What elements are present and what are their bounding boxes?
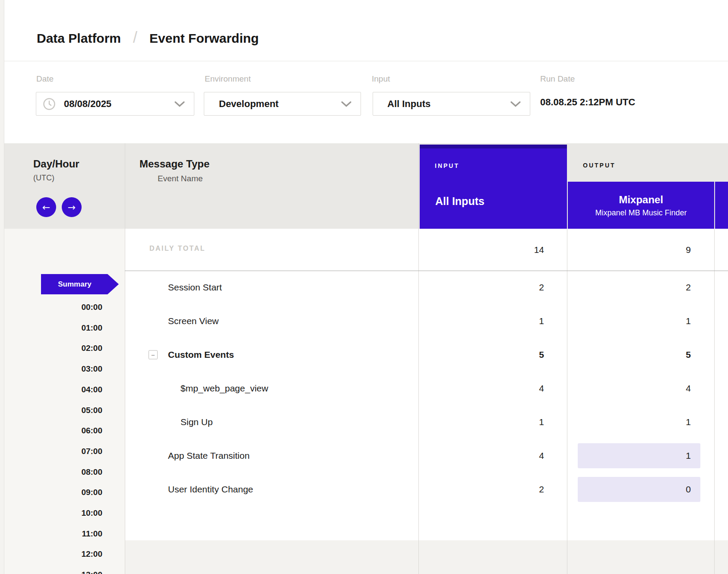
row-label: Sign Up bbox=[180, 417, 213, 427]
daily-total-input-value: 14 bbox=[534, 245, 544, 255]
arrow-left-icon: ← bbox=[42, 202, 50, 213]
breadcrumb-separator-icon: / bbox=[133, 28, 137, 47]
hour-item[interactable]: 13:00 bbox=[33, 570, 102, 574]
hour-item[interactable]: 08:00 bbox=[33, 467, 102, 477]
table-row: Screen View 1 1 bbox=[125, 304, 728, 338]
input-group-label: INPUT bbox=[435, 162, 459, 169]
date-picker[interactable]: 08/08/2025 bbox=[36, 92, 194, 116]
row-input-value: 5 bbox=[539, 350, 544, 360]
row-input-value: 4 bbox=[539, 451, 544, 461]
date-value: 08/08/2025 bbox=[64, 98, 111, 110]
clock-icon bbox=[43, 98, 56, 110]
event-name-subheader: Event Name bbox=[158, 174, 203, 183]
summary-label: Summary bbox=[58, 280, 91, 289]
hour-item[interactable]: 11:00 bbox=[33, 529, 102, 539]
daily-total-output-value: 9 bbox=[686, 245, 691, 255]
hour-item[interactable]: 00:00 bbox=[33, 303, 102, 312]
input-value: All Inputs bbox=[387, 98, 430, 110]
row-label: Screen View bbox=[168, 316, 219, 326]
table-row: $mp_web_page_view 4 4 bbox=[125, 372, 728, 405]
table-footer-band bbox=[125, 540, 728, 574]
output-group-label: OUTPUT bbox=[583, 162, 616, 169]
input-column-header[interactable]: INPUT All Inputs bbox=[420, 145, 567, 229]
breadcrumb: Data Platform / Event Forwarding bbox=[37, 29, 259, 47]
environment-filter-label: Environment bbox=[205, 74, 251, 84]
output-column-name: Mixpanel bbox=[568, 194, 714, 206]
message-type-header: Message Type bbox=[139, 158, 209, 170]
table-row: User Identity Change 2 0 bbox=[125, 473, 728, 506]
hour-item[interactable]: 10:00 bbox=[33, 508, 102, 518]
date-filter-label: Date bbox=[36, 74, 54, 84]
window-edge bbox=[0, 0, 4, 574]
run-date-label: Run Date bbox=[540, 74, 575, 84]
table-row: − Custom Events 5 5 bbox=[125, 338, 728, 372]
top-bar: Data Platform / Event Forwarding bbox=[0, 0, 728, 61]
summary-badge[interactable]: Summary bbox=[41, 274, 119, 294]
output-column-subtitle: Mixpanel MB Music Finder bbox=[568, 208, 714, 218]
hour-item[interactable]: 02:00 bbox=[33, 344, 102, 353]
row-output-value: 1 bbox=[686, 316, 691, 326]
daily-total-label: DAILY TOTAL bbox=[149, 245, 206, 252]
hour-item[interactable]: 07:00 bbox=[33, 447, 102, 456]
environment-value: Development bbox=[219, 98, 279, 110]
day-hour-title: Day/Hour bbox=[33, 158, 79, 170]
row-label: User Identity Change bbox=[168, 484, 253, 495]
highlighted-output-cell: 1 bbox=[578, 443, 700, 468]
event-forwarding-screen: Data Platform / Event Forwarding Date 08… bbox=[0, 0, 728, 574]
day-hour-timezone: (UTC) bbox=[33, 173, 54, 183]
table-row: App State Transition 4 1 bbox=[125, 439, 728, 473]
row-output-value: 0 bbox=[686, 484, 691, 495]
next-day-button[interactable]: → bbox=[62, 197, 82, 217]
highlighted-output-cell: 0 bbox=[578, 477, 700, 502]
row-output-value: 1 bbox=[686, 417, 691, 427]
row-label: $mp_web_page_view bbox=[180, 383, 268, 394]
hour-item[interactable]: 12:00 bbox=[33, 549, 102, 559]
row-output-value: 2 bbox=[686, 282, 691, 293]
table-row: Session Start 2 2 bbox=[125, 271, 728, 304]
hour-item[interactable]: 05:00 bbox=[33, 406, 102, 415]
row-output-value: 1 bbox=[686, 451, 691, 461]
daily-total-divider bbox=[125, 271, 728, 271]
hour-item[interactable]: 04:00 bbox=[33, 385, 102, 394]
breadcrumb-section[interactable]: Data Platform bbox=[37, 31, 121, 46]
row-input-value: 1 bbox=[539, 417, 544, 427]
page-title: Event Forwarding bbox=[149, 31, 259, 46]
collapse-toggle-icon[interactable]: − bbox=[149, 350, 158, 360]
row-input-value: 2 bbox=[539, 484, 544, 495]
hour-item[interactable]: 06:00 bbox=[33, 426, 102, 435]
row-label: Custom Events bbox=[168, 350, 234, 360]
input-column-name: All Inputs bbox=[435, 195, 484, 208]
previous-day-button[interactable]: ← bbox=[36, 197, 56, 217]
hour-item[interactable]: 09:00 bbox=[33, 488, 102, 497]
chevron-down-icon bbox=[341, 101, 352, 107]
input-filter-label: Input bbox=[372, 74, 390, 84]
input-select[interactable]: All Inputs bbox=[373, 92, 530, 116]
output-column-header-next-partial[interactable] bbox=[715, 182, 728, 229]
filter-bar: Date 08/08/2025 Environment Development … bbox=[0, 61, 728, 143]
chevron-down-icon bbox=[510, 101, 521, 107]
row-output-value: 4 bbox=[686, 383, 691, 394]
row-input-value: 4 bbox=[539, 383, 544, 394]
daily-total-row: DAILY TOTAL 14 9 bbox=[125, 229, 728, 271]
row-label: Session Start bbox=[168, 282, 222, 293]
arrow-right-icon: → bbox=[68, 202, 76, 213]
run-date-value: 08.08.25 2:12PM UTC bbox=[540, 97, 635, 108]
row-input-value: 1 bbox=[539, 316, 544, 326]
table-row: Sign Up 1 1 bbox=[125, 405, 728, 439]
chevron-down-icon bbox=[174, 101, 185, 107]
environment-select[interactable]: Development bbox=[204, 92, 361, 116]
row-label: App State Transition bbox=[168, 451, 250, 461]
hour-item[interactable]: 03:00 bbox=[33, 364, 102, 374]
output-column-header-mixpanel[interactable]: Mixpanel Mixpanel MB Music Finder bbox=[568, 182, 714, 229]
row-output-value: 5 bbox=[686, 350, 691, 360]
hour-item[interactable]: 01:00 bbox=[33, 323, 102, 333]
row-input-value: 2 bbox=[539, 282, 544, 293]
